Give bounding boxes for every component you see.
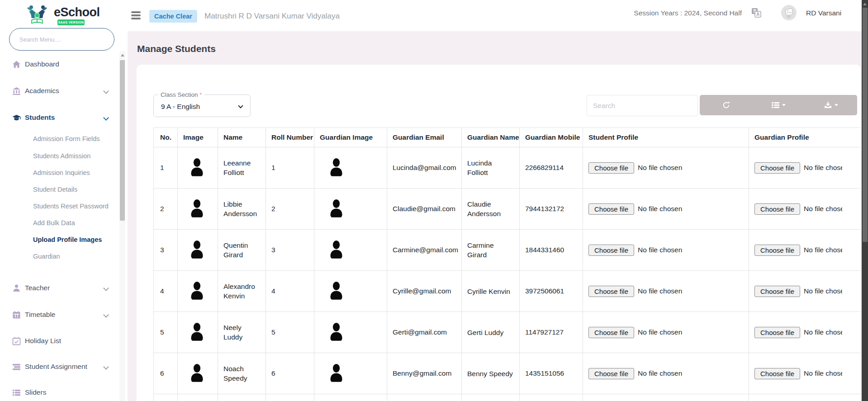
sidebar-scrollbar-up-arrow[interactable]: [121, 54, 124, 57]
student-profile-cell: Choose fileNo file chosen: [583, 312, 749, 353]
caret-down-icon: [835, 104, 838, 106]
guardian-image-cell: [314, 147, 387, 189]
svg-text:A: A: [756, 12, 759, 17]
col-guardian-profile: Guardian Profile: [749, 128, 861, 147]
student-image-icon: [183, 364, 218, 383]
choose-file-button[interactable]: Choose file: [754, 368, 800, 379]
table-row: 4Alexandro Kenvin4Cyrille@gmail.comCyril…: [154, 271, 861, 312]
choose-file-button[interactable]: Choose file: [754, 203, 800, 215]
sidebar-subitem-add-bulk-data[interactable]: Add Bulk Data: [33, 219, 114, 228]
guardian-mobile-cell: 1435151056: [520, 353, 583, 394]
sidebar-subitem-admission-inquiries[interactable]: Admission Inquiries: [33, 169, 114, 178]
guardian-email-cell: Cyrille@gmail.com: [387, 271, 462, 312]
menu-toggle-icon[interactable]: [131, 11, 141, 20]
guardian-profile-cell: Choose fileNo file chosen: [749, 189, 861, 230]
col-name: Name: [218, 128, 266, 147]
table-row: 3Quentin Girard3Carmine@gmail.comCarmine…: [154, 230, 861, 271]
choose-file-button[interactable]: Choose file: [588, 327, 634, 338]
guardian-mobile-cell: 3972506061: [520, 271, 583, 312]
student-profile-file-input[interactable]: Choose fileNo file chosen: [588, 286, 749, 297]
student-profile-file-input[interactable]: Choose fileNo file chosen: [588, 162, 749, 174]
student-profile-file-input[interactable]: Choose fileNo file chosen: [588, 368, 749, 379]
menu-search-input[interactable]: [9, 28, 114, 51]
sidebar-item-students[interactable]: Students: [0, 113, 118, 123]
manage-students-card: Class Section * 9 A - English: [137, 65, 861, 401]
page-scrollbar-thumb[interactable]: [863, 8, 868, 242]
no-cell: 6: [154, 353, 178, 394]
no-image-placeholder: [781, 5, 797, 20]
guardian-email-cell: Claudie@gmail.com: [387, 189, 462, 230]
col-image: Image: [178, 128, 218, 147]
name-cell: Quentin Girard: [218, 230, 266, 271]
table-row: 6Noach Speedy6Benny@gmail.comBenny Speed…: [154, 353, 861, 394]
sidebar-item-sliders[interactable]: Sliders: [0, 387, 118, 398]
guardian-profile-file-input[interactable]: Choose fileNo file chosen: [754, 245, 842, 256]
person-silhouette-icon: [190, 241, 204, 260]
refresh-button[interactable]: [700, 95, 752, 115]
student-profile-file-input[interactable]: Choose fileNo file chosen: [588, 245, 749, 256]
student-profile-file-input[interactable]: Choose fileNo file chosen: [588, 203, 749, 215]
eschool-logo-icon: [25, 5, 49, 25]
class-section-select[interactable]: 9 A - English: [154, 98, 250, 117]
sidebar-subitem-students-reset-password[interactable]: Students Reset Password: [33, 203, 114, 212]
col-guardian-image: Guardian Image: [314, 128, 387, 147]
person-silhouette-icon: [329, 241, 344, 260]
sidebar-item-timetable[interactable]: Timetable: [0, 310, 118, 321]
guardian-image-cell: [314, 353, 387, 394]
guardian-profile-file-input[interactable]: Choose fileNo file chosen: [754, 203, 842, 215]
choose-file-button[interactable]: Choose file: [588, 245, 634, 256]
table-actions: [700, 95, 857, 115]
choose-file-button[interactable]: Choose file: [588, 286, 634, 297]
sidebar-item-holiday-list[interactable]: Holiday List: [0, 336, 118, 347]
col-roll-number: Roll Number: [266, 128, 314, 147]
download-button[interactable]: [805, 95, 857, 115]
page-scrollbar[interactable]: [862, 0, 868, 401]
student-profile-file-input[interactable]: Choose fileNo file chosen: [588, 327, 749, 338]
guardian-name-cell: Benny Speedy: [462, 353, 520, 394]
select-caret-icon: [239, 104, 243, 108]
guardian-profile-file-input[interactable]: Choose fileNo file chosen: [754, 327, 842, 338]
choose-file-button[interactable]: Choose file: [754, 327, 800, 338]
guardian-profile-file-input[interactable]: Choose fileNo file chosen: [754, 368, 842, 379]
guardian-name-cell: Claudie Andersson: [462, 189, 520, 230]
choose-file-button[interactable]: Choose file: [588, 162, 634, 174]
brand-badge: SAAS VERSION: [57, 19, 85, 25]
sidebar-subitem-upload-profile-images[interactable]: Upload Profile Images: [33, 236, 114, 245]
columns-button[interactable]: [752, 95, 805, 115]
table-row: 5Neely Luddy5Gerti@gmail.comGerti Luddy1…: [154, 312, 861, 353]
roll-number-cell: 6: [266, 353, 314, 394]
name-cell: Libbie Andersson: [218, 189, 266, 230]
chevron-down-icon: [104, 286, 109, 291]
avatar[interactable]: [781, 5, 797, 20]
no-cell: 4: [154, 271, 178, 312]
sidebar-item-dashboard[interactable]: Dashboard: [0, 59, 118, 70]
student-image-cell: [178, 271, 218, 312]
chevron-down-icon: [104, 89, 109, 94]
session-years-label: Session Years : 2024, Second Half: [634, 9, 742, 17]
sidebar-item-teacher[interactable]: Teacher: [0, 283, 118, 294]
guardian-profile-file-input[interactable]: Choose fileNo file chosen: [754, 286, 842, 297]
table-search-input[interactable]: [587, 95, 698, 116]
sidebar-subitem-guardian[interactable]: Guardian: [33, 253, 114, 262]
sidebar-subitem-student-details[interactable]: Student Details: [33, 186, 114, 195]
page-scrollbar-up-arrow[interactable]: [863, 3, 867, 5]
calendar-icon: [12, 311, 21, 319]
choose-file-button[interactable]: Choose file: [754, 162, 800, 174]
person-silhouette-icon: [329, 364, 344, 383]
sidebar-subitem-admission-form-fields[interactable]: Admission Form Fields: [33, 135, 114, 144]
sidebar-item-student-assignment[interactable]: Student Assignment: [0, 362, 118, 373]
translate-icon[interactable]: A: [751, 7, 762, 18]
user-name[interactable]: RD Varsani: [806, 9, 841, 17]
student-image-cell: [178, 189, 218, 230]
choose-file-button[interactable]: Choose file: [588, 368, 634, 379]
choose-file-button[interactable]: Choose file: [754, 245, 800, 256]
sidebar-scrollbar-thumb[interactable]: [120, 60, 125, 221]
cache-clear-button[interactable]: Cache Clear: [149, 10, 197, 23]
list-columns-icon: [772, 102, 779, 109]
student-image-icon: [183, 199, 218, 219]
choose-file-button[interactable]: Choose file: [588, 203, 634, 215]
guardian-profile-file-input[interactable]: Choose fileNo file chosen: [754, 162, 842, 174]
choose-file-button[interactable]: Choose file: [754, 286, 800, 297]
sidebar-item-academics[interactable]: Academics: [0, 86, 118, 97]
sidebar-subitem-students-admission[interactable]: Students Admission: [33, 152, 114, 161]
